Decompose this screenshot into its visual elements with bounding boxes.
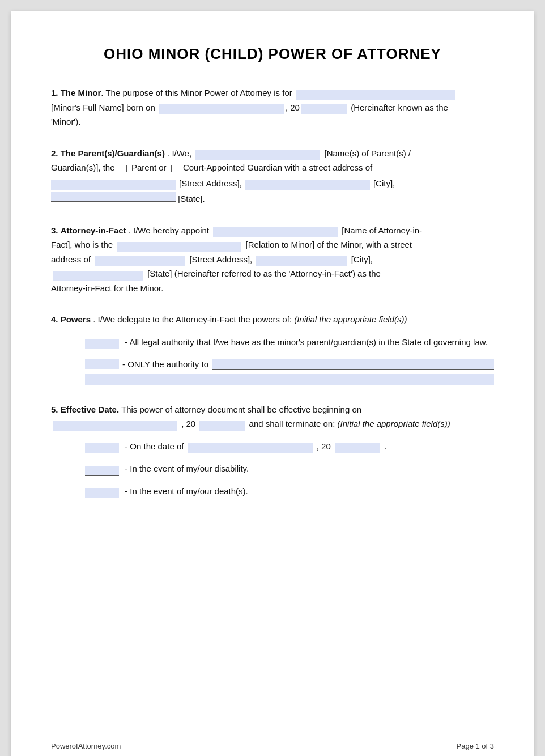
s4-option2-line1: - ONLY the authority to bbox=[85, 357, 494, 372]
s4-option1-block: - All legal authority that I/we have as … bbox=[85, 335, 494, 350]
s3-street-field[interactable] bbox=[95, 256, 185, 266]
s4-bold: Powers bbox=[61, 315, 91, 324]
minor-name-field[interactable] bbox=[296, 90, 455, 100]
s5-italic: (Initial the appropriate field(s)) bbox=[337, 419, 450, 428]
guardian-checkbox[interactable] bbox=[171, 165, 178, 172]
s1-label: 1. The Minor. The purpose of this Minor … bbox=[51, 88, 457, 97]
document-page: OHIO MINOR (CHILD) POWER OF ATTORNEY 1. … bbox=[11, 11, 534, 756]
s4-authority-field[interactable] bbox=[212, 359, 494, 370]
relation-field[interactable] bbox=[117, 242, 241, 252]
s4-option2-block: - ONLY the authority to bbox=[85, 357, 494, 385]
s5-initial1-field[interactable] bbox=[85, 443, 119, 453]
section-2: 2. The Parent(s)/Guardian(s) . I/We, [Na… bbox=[51, 146, 494, 206]
s5-option3-block: - In the event of my/our death(s). bbox=[85, 484, 494, 499]
s2-street-field[interactable] bbox=[51, 180, 176, 190]
s1-bold: The Minor bbox=[61, 88, 101, 97]
s5-option2-block: - In the event of my/our disability. bbox=[85, 461, 494, 476]
footer-page-info: Page 1 of 3 bbox=[457, 742, 495, 750]
s3-label: 3. bbox=[51, 226, 58, 235]
section-3: 3. Attorney-in-Fact . I/We hereby appoin… bbox=[51, 223, 494, 296]
s2-state-field[interactable] bbox=[51, 192, 176, 202]
s3-city-field[interactable] bbox=[256, 256, 347, 266]
s4-label: 4. bbox=[51, 315, 58, 324]
s3-bold: Attorney-in-Fact bbox=[61, 226, 126, 235]
s2-bold: The Parent(s)/Guardian(s) bbox=[61, 148, 165, 158]
footer-website: PowerofAttorney.com bbox=[51, 742, 121, 750]
s2-city-field[interactable] bbox=[245, 180, 370, 190]
s5-label: 5. bbox=[51, 405, 58, 414]
minor-year-field[interactable] bbox=[301, 104, 347, 114]
parent-checkbox[interactable] bbox=[120, 165, 127, 172]
s4-initial2-field[interactable] bbox=[85, 359, 119, 369]
minor-dob-field[interactable] bbox=[159, 104, 284, 114]
terminate-date-field[interactable] bbox=[188, 443, 313, 453]
document-title: OHIO MINOR (CHILD) POWER OF ATTORNEY bbox=[51, 45, 494, 63]
document-footer: PowerofAttorney.com Page 1 of 3 bbox=[51, 742, 494, 750]
effective-year-field[interactable] bbox=[199, 421, 245, 431]
effective-date-field[interactable] bbox=[53, 421, 177, 431]
section-4: 4. Powers . I/We delegate to the Attorne… bbox=[51, 312, 494, 385]
s5-initial3-field[interactable] bbox=[85, 488, 119, 498]
s4-initial1-field[interactable] bbox=[85, 339, 119, 349]
s2-label: 2. bbox=[51, 148, 58, 158]
s3-state-field[interactable] bbox=[53, 271, 143, 281]
section-5: 5. Effective Date. This power of attorne… bbox=[51, 402, 494, 499]
parent-name-field[interactable] bbox=[195, 150, 320, 160]
s5-initial2-field[interactable] bbox=[85, 466, 119, 476]
section-1: 1. The Minor. The purpose of this Minor … bbox=[51, 86, 494, 129]
attorney-name-field[interactable] bbox=[213, 227, 338, 237]
s5-bold: Effective Date. bbox=[61, 405, 119, 414]
s4-authority-field2[interactable] bbox=[85, 374, 494, 385]
s5-option1-block: - On the date of , 20 . bbox=[85, 439, 494, 454]
s4-italic: (Initial the appropriate field(s)) bbox=[294, 315, 407, 324]
terminate-year-field[interactable] bbox=[335, 443, 380, 453]
